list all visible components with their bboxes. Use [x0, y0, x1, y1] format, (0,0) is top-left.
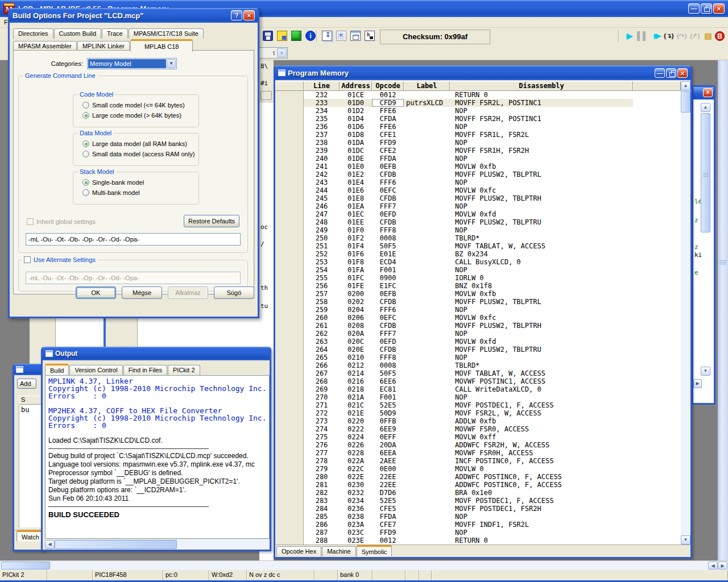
pm-row-272[interactable]: 272021E50D9MOVF FSR2L, W, ACCESS — [304, 409, 681, 417]
tab-mplab-c18[interactable]: MPLAB C18 — [130, 39, 193, 52]
pm-row-261[interactable]: 2610208CFDBMOVFF PLUSW2, TBLPTRH — [304, 322, 681, 330]
pm-row-253[interactable]: 25301F8ECD4CALL BusyXLCD, 0 — [304, 258, 681, 266]
pm-row-242[interactable]: 24201E2CFDBMOVFF PLUSW2, TBLPTRL — [304, 171, 681, 178]
pm-row-276[interactable]: 276022620DAADDWFC FSR2H, W, ACCESS — [304, 441, 681, 449]
pm-row-266[interactable]: 26602120008TBLRD* — [304, 361, 681, 369]
info-icon[interactable] — [305, 31, 316, 41]
radio-large-data-model-all-ram-banks[interactable]: Large data model (all RAM banks) — [82, 140, 187, 148]
program-memory-icon[interactable]: ▤ — [702, 30, 714, 41]
scroll-right-icon[interactable]: ▶ — [693, 379, 702, 388]
pm-row-273[interactable]: 27302200FFBADDLW 0xfb — [304, 417, 681, 425]
scrollbar-thumb[interactable] — [1, 562, 50, 569]
restore-icon[interactable] — [701, 3, 712, 14]
pm-row-263[interactable]: 263020C0EFDMOVLW 0xfd — [304, 338, 681, 346]
watch-add-button[interactable]: Add — [17, 379, 36, 389]
categories-dropdown[interactable]: Memory Model ▼ — [87, 58, 177, 69]
pm-row-249[interactable]: 24901F0FFF8NOP — [304, 226, 681, 234]
build-all-icon[interactable] — [322, 31, 332, 41]
program-memory-titlebar[interactable]: Program Memory — × — [275, 65, 690, 80]
pm-row-239[interactable]: 23901DCCFE2MOVFF FSR1H, FSR2H — [304, 147, 681, 155]
pm-row-248[interactable]: 24801EECFDBMOVFF PLUSW2, TBLPTRU — [304, 218, 681, 226]
pm-row-238[interactable]: 23801DAFFD9NOP — [304, 139, 681, 147]
pm-row-278[interactable]: 278022A2AEEINCF POSTINC0, F, ACCESS — [304, 457, 681, 465]
pm-row-255[interactable]: 25501FC0900IORLW 0 — [304, 274, 681, 282]
tab-mpasm-c17-c18-suite[interactable]: MPASM/C17/C18 Suite — [129, 28, 204, 39]
close-icon[interactable]: × — [243, 10, 255, 20]
tab-trace[interactable]: Trace — [102, 28, 128, 39]
alternate-command-line-field[interactable]: -mL -Ou- -Ot- -Ob- -Op- -Or- -Od- -Opa- — [26, 272, 241, 284]
pm-row-234[interactable]: 23401D2FFE6NOP — [304, 107, 681, 115]
scrollbar-thumb[interactable] — [701, 113, 710, 232]
pm-row-258[interactable]: 2580202CFDBMOVFF PLUSW2, TBLPTRL — [304, 298, 681, 306]
make-icon[interactable] — [336, 31, 346, 41]
pm-row-254[interactable]: 25401FAF001NOP — [304, 266, 681, 274]
pm-row-282[interactable]: 2820232D7D6BRA 0x1e0 — [304, 489, 681, 497]
run-icon[interactable]: ▶ — [623, 30, 636, 41]
pm-row-270[interactable]: 270021AF001NOP — [304, 393, 681, 401]
output-titlebar[interactable]: Output — [43, 347, 270, 360]
pm-row-274[interactable]: 27402226EE9MOVWF FSR0, ACCESS — [304, 425, 681, 433]
cancel-button[interactable]: Mégse — [122, 286, 162, 299]
command-line-field[interactable]: -mL -Ou- -Ot- -Ob- -Op- -Or- -Od- -Opa- — [26, 233, 241, 246]
pm-row-256[interactable]: 25601FEE1FCBNZ 0x1f8 — [304, 282, 681, 290]
pm-row-232[interactable]: 23201CE0012RETURN 0 — [304, 91, 681, 99]
pm-row-251[interactable]: 25101F450F5MOVF TABLAT, W, ACCESS — [304, 242, 681, 250]
scroll-down-icon[interactable]: ▼ — [681, 535, 690, 544]
minimize-icon[interactable]: — — [655, 68, 665, 78]
scroll-up-icon[interactable]: ▲ — [701, 103, 710, 112]
pm-row-247[interactable]: 24701EC0EFDMOVLW 0xfd — [304, 210, 681, 218]
radio-multi-bank-model[interactable]: Multi-bank model — [82, 189, 140, 197]
tab-custom-build[interactable]: Custom Build — [54, 28, 101, 39]
pm-row-286[interactable]: 286023ACFE7MOVFF INDF1, FSR2L — [304, 521, 681, 529]
pm-row-280[interactable]: 280022E22EEADDWFC POSTINC0, F, ACCESS — [304, 473, 681, 481]
pm-row-279[interactable]: 279022C0E00MOVLW 0 — [304, 465, 681, 473]
step-over-icon[interactable]: {↷} — [676, 30, 688, 41]
mdi-horizontal-scrollbar[interactable]: ◀ ▶ — [0, 560, 728, 570]
pm-row-264[interactable]: 264020ECFDBMOVFF PLUSW2, TBLPTRU — [304, 346, 681, 354]
pm-row-265[interactable]: 2650210FFF8NOP — [304, 354, 681, 361]
scroll-right-icon[interactable]: ▶ — [718, 562, 727, 569]
scroll-left-icon[interactable]: ◀ — [708, 562, 718, 569]
pm-row-269[interactable]: 2690218EC81CALL WriteDataXLCD, 0 — [304, 385, 681, 393]
pm-row-250[interactable]: 25001F20008TBLRD* — [304, 234, 681, 242]
pm-row-267[interactable]: 267021450F5MOVF TABLAT, W, ACCESS — [304, 369, 681, 377]
pm-row-252[interactable]: 25201F6E01EBZ 0x234 — [304, 250, 681, 258]
scroll-down-icon[interactable]: ▼ — [701, 367, 710, 376]
watch-list[interactable]: bu — [19, 405, 43, 527]
close-icon[interactable]: × — [703, 88, 713, 97]
scroll-left-icon[interactable]: ◀ — [45, 540, 55, 549]
inherit-global-settings-checkbox[interactable]: Inherit global settings — [27, 218, 96, 226]
ok-button[interactable]: OK — [76, 286, 116, 299]
scrollbar-thumb[interactable] — [55, 540, 177, 549]
step-out-icon[interactable]: {↱} — [689, 30, 701, 41]
minimize-icon[interactable]: — — [688, 3, 700, 14]
use-alternate-settings-checkbox[interactable]: Use Alternate Settings — [22, 256, 97, 263]
pm-row-245[interactable]: 24501E8CFDBMOVFF PLUSW2, TBLPTRH — [304, 194, 681, 202]
dialog-titlebar[interactable]: Build Options For Project "LCD.mcp" ? × — [10, 8, 258, 23]
build-options-icon[interactable] — [350, 31, 361, 41]
pm-row-288[interactable]: 288023E0012RETURN 0 — [304, 537, 681, 544]
pm-row-241[interactable]: 24101E00EFBMOVLW 0xfb — [304, 163, 681, 171]
tab-opcode-hex[interactable]: Opcode Hex — [276, 546, 321, 556]
output-horizontal-scrollbar[interactable]: ◀ — [45, 540, 270, 549]
halt-icon[interactable]: ▌▌ — [636, 30, 649, 41]
close-icon[interactable]: × — [713, 3, 725, 14]
tab-version-control[interactable]: Version Control — [69, 365, 122, 375]
pm-row-285[interactable]: 2850238FFDANOP — [304, 513, 681, 521]
pm-row-246[interactable]: 24601EAFFF7NOP — [304, 202, 681, 210]
restore-icon[interactable] — [666, 68, 676, 78]
pm-row-257[interactable]: 25702000EFBMOVLW 0xfb — [304, 290, 681, 298]
radio-single-bank-model[interactable]: Single-bank model — [82, 179, 144, 187]
output-log[interactable]: MPLINK 4.37, LinkerCopyright (c) 1998-20… — [45, 375, 270, 539]
help-icon[interactable]: ? — [231, 10, 242, 20]
watch-titlebar[interactable] — [14, 364, 43, 375]
tab-symbolic[interactable]: Symbolic — [357, 545, 392, 556]
radio-small-code-model-64k-bytes[interactable]: Small code model (<= 64K bytes) — [82, 102, 185, 110]
breakpoint-icon[interactable]: B — [715, 31, 725, 41]
tab-pickit-2[interactable]: PICkit 2 — [168, 365, 200, 375]
pm-row-277[interactable]: 27702286EEAMOVWF FSR0H, ACCESS — [304, 449, 681, 457]
pm-row-240[interactable]: 24001DEFFDANOP — [304, 155, 681, 163]
radio-small-data-model-access-ram-only[interactable]: Small data model (access RAM only) — [82, 151, 195, 159]
scrollbar-thumb[interactable] — [681, 91, 690, 113]
help-button[interactable]: Súgó — [214, 286, 254, 299]
